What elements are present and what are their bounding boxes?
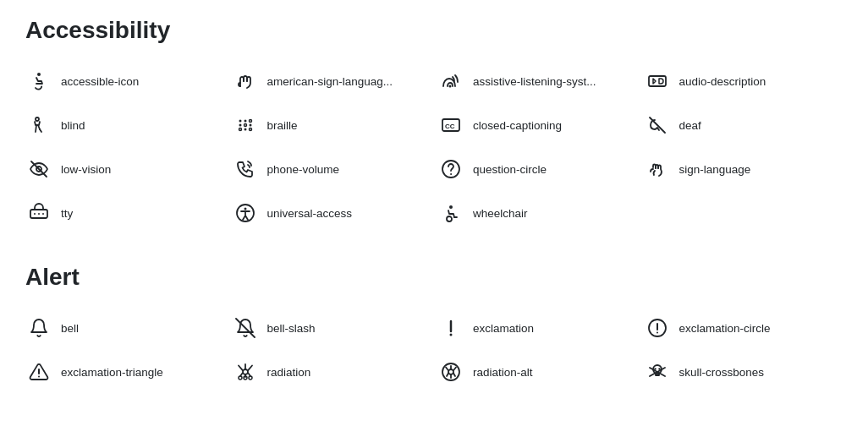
icon-item-accessible-icon: accessible-icon xyxy=(25,64,225,98)
icon-item-blind: blind xyxy=(25,108,225,142)
icon-item-exclamation: exclamation xyxy=(437,311,637,345)
icon-item-wheelchair: wheelchair xyxy=(437,196,637,230)
icon-item-universal-access: universal-access xyxy=(232,196,431,230)
accessibility-grid: accessible-iconamerican-sign-languag...a… xyxy=(25,64,843,230)
audio-description-icon xyxy=(644,68,671,95)
accessible-icon-icon xyxy=(25,68,52,95)
icon-item-assistive-listening-systems: assistive-listening-syst... xyxy=(437,64,637,98)
low-vision-icon xyxy=(25,156,52,183)
question-circle-label: question-circle xyxy=(473,163,547,176)
icon-item-radiation: radiation xyxy=(232,355,431,389)
icon-item-low-vision: low-vision xyxy=(25,152,225,186)
bell-slash-icon xyxy=(232,314,259,341)
icon-item-braille: braille xyxy=(232,108,431,142)
alert-section: Alert bellbell-slashexclamationexclamati… xyxy=(25,264,843,389)
icon-item-bell-slash: bell-slash xyxy=(232,311,431,345)
universal-access-icon xyxy=(232,199,259,227)
blind-icon xyxy=(25,112,52,139)
blind-label: blind xyxy=(61,119,85,132)
closed-captioning-icon xyxy=(437,112,464,139)
accessible-icon-label: accessible-icon xyxy=(61,75,139,88)
assistive-listening-systems-label: assistive-listening-syst... xyxy=(473,75,596,88)
icon-item-american-sign-language: american-sign-languag... xyxy=(232,64,431,98)
icon-item-skull-crossbones: skull-crossbones xyxy=(644,355,843,389)
icon-item-exclamation-circle: exclamation-circle xyxy=(644,311,843,345)
braille-icon xyxy=(232,112,259,139)
universal-access-label: universal-access xyxy=(267,207,353,220)
icon-item-tty: tty xyxy=(25,196,225,230)
audio-description-label: audio-description xyxy=(679,75,766,88)
icon-item-audio-description: audio-description xyxy=(644,64,843,98)
icon-item-question-circle: question-circle xyxy=(437,152,637,186)
phone-volume-icon xyxy=(232,156,259,183)
tty-label: tty xyxy=(61,207,73,220)
sign-language-icon xyxy=(644,156,671,183)
radiation-label: radiation xyxy=(267,366,311,379)
phone-volume-label: phone-volume xyxy=(267,163,340,176)
deaf-label: deaf xyxy=(679,119,701,132)
icon-item-deaf: deaf xyxy=(644,108,843,142)
icon-item-closed-captioning: closed-captioning xyxy=(437,108,637,142)
exclamation-circle-label: exclamation-circle xyxy=(679,322,771,335)
bell-icon xyxy=(25,314,52,341)
icon-item-exclamation-triangle: exclamation-triangle xyxy=(25,355,225,389)
question-circle-icon xyxy=(437,156,464,183)
closed-captioning-label: closed-captioning xyxy=(473,119,562,132)
deaf-icon xyxy=(644,112,671,139)
exclamation-circle-icon xyxy=(644,314,671,341)
alert-grid: bellbell-slashexclamationexclamation-cir… xyxy=(25,311,843,389)
alert-title: Alert xyxy=(25,264,843,291)
tty-icon xyxy=(25,199,52,227)
american-sign-language-icon xyxy=(232,68,259,95)
exclamation-icon xyxy=(437,314,464,341)
sign-language-label: sign-language xyxy=(679,163,751,176)
icon-item-radiation-alt: radiation-alt xyxy=(437,355,637,389)
exclamation-triangle-label: exclamation-triangle xyxy=(61,366,163,379)
wheelchair-label: wheelchair xyxy=(473,207,528,220)
accessibility-title: Accessibility xyxy=(25,17,843,44)
accessibility-section: Accessibility accessible-iconamerican-si… xyxy=(25,17,843,230)
skull-crossbones-icon xyxy=(644,358,671,385)
assistive-listening-systems-icon xyxy=(437,68,464,95)
braille-label: braille xyxy=(267,119,298,132)
american-sign-language-label: american-sign-languag... xyxy=(267,75,393,88)
icon-item-bell: bell xyxy=(25,311,225,345)
bell-label: bell xyxy=(61,322,79,335)
bell-slash-label: bell-slash xyxy=(267,322,316,335)
radiation-icon xyxy=(232,358,259,385)
icon-item-sign-language: sign-language xyxy=(644,152,843,186)
exclamation-triangle-icon xyxy=(25,358,52,385)
exclamation-label: exclamation xyxy=(473,322,534,335)
icon-item-phone-volume: phone-volume xyxy=(232,152,431,186)
radiation-alt-icon xyxy=(437,358,464,385)
low-vision-label: low-vision xyxy=(61,163,111,176)
skull-crossbones-label: skull-crossbones xyxy=(679,366,765,379)
wheelchair-icon xyxy=(437,199,464,227)
radiation-alt-label: radiation-alt xyxy=(473,366,533,379)
